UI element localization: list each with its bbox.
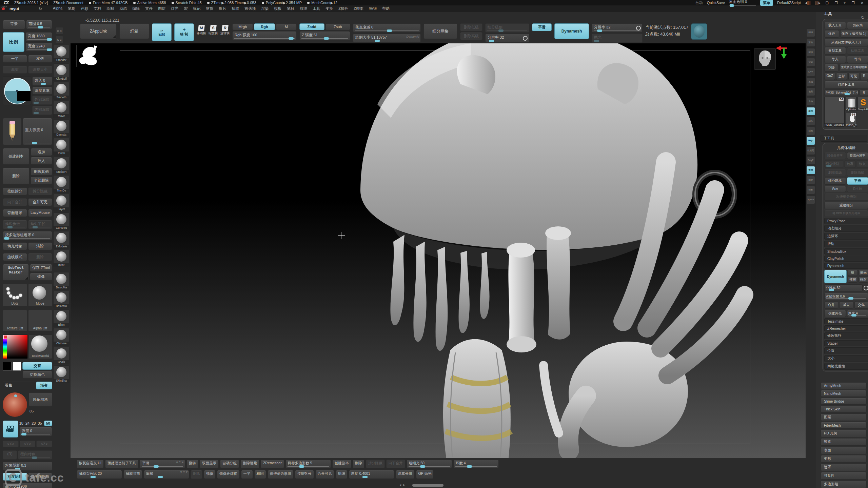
brush-thumbnail[interactable]: Layer xyxy=(53,194,70,211)
draw-mode-button[interactable]: ✛ 绘 制 xyxy=(174,23,194,41)
sphere-preview[interactable] xyxy=(3,392,28,418)
zsub-button[interactable]: Zsub xyxy=(326,23,351,30)
menu-item[interactable]: 渲染 xyxy=(258,6,271,12)
menu-item[interactable]: 灯光 xyxy=(168,6,181,12)
outer-depth-slider[interactable]: 外部深度 xyxy=(32,96,52,105)
bottom-bar-button[interactable]: ZRemesher xyxy=(261,460,284,468)
material-thumbnail[interactable]: BasicMa xyxy=(53,272,70,290)
menu-item[interactable]: 标记 xyxy=(190,6,203,12)
merge-down-button[interactable]: 向下合并 xyxy=(3,198,27,206)
brush-thumbnail[interactable]: ZModele xyxy=(53,231,70,249)
crease-section[interactable]: 折边 xyxy=(824,241,868,247)
tool-section-header[interactable]: 遮罩 xyxy=(821,464,867,471)
movie-record-button[interactable] xyxy=(3,421,18,438)
dyn-level-button[interactable]: 次级细分级别 xyxy=(824,193,868,201)
rotate-gyro-button[interactable]: R 旋转轴 xyxy=(220,23,230,36)
geometry-subsection-header[interactable]: 修改拓扑 xyxy=(824,332,868,339)
bottom-bar-button[interactable]: 环数 4 xyxy=(453,460,499,468)
color-picker[interactable] xyxy=(3,334,28,359)
goz-button[interactable]: GoZ xyxy=(824,73,835,80)
brush-thumbnail[interactable]: TrimDy xyxy=(53,175,70,193)
secondary-color-swatch[interactable] xyxy=(13,362,21,371)
menu-item[interactable]: 变换 xyxy=(323,6,336,12)
brush-thumbnail[interactable]: Damsta xyxy=(53,119,70,137)
lower-res-button[interactable]: 降低分辨率 xyxy=(824,152,846,159)
color-spec-toggle[interactable]: C S xyxy=(55,36,63,43)
menu-item[interactable]: Z插件 xyxy=(336,6,351,12)
menu-item[interactable]: Z脚本 xyxy=(351,6,366,12)
crop-button[interactable]: 裁剪 xyxy=(3,66,27,74)
range-slider[interactable]: 范围 0.5 xyxy=(26,20,52,29)
half-button[interactable]: 一半 xyxy=(3,55,27,63)
create-shell-button[interactable]: 创建外壳 xyxy=(824,310,846,317)
tool-section-header[interactable]: FiberMesh xyxy=(821,422,867,429)
delete-all-button[interactable]: 全部删除 xyxy=(31,177,53,184)
delete-button[interactable]: 删除 xyxy=(3,168,29,184)
bottom-bar-button[interactable]: 平滑 X Y Z xyxy=(140,460,185,468)
geometry-subsection-header[interactable]: 位置 xyxy=(824,347,868,354)
bottom-bar-button[interactable]: 镜像并焊接 xyxy=(217,470,240,479)
bottom-bar-button[interactable]: GP 抛光 xyxy=(416,470,434,479)
canvas-scrollbar-handle[interactable] xyxy=(412,484,443,487)
shelf-toggle-button[interactable]: 本地 xyxy=(806,97,815,106)
quicksave-button[interactable]: QuickSave xyxy=(707,1,725,5)
dynamic-subdiv-section[interactable]: 动态细分 xyxy=(824,225,868,232)
bottom-bar-button[interactable]: 目标多边形数 5 xyxy=(285,460,331,468)
gradient-button[interactable]: 渐变 xyxy=(36,382,52,389)
restore-button[interactable]: 恢复 xyxy=(857,160,868,168)
tool-section-header[interactable]: 预览 xyxy=(821,438,867,446)
sym-r-button[interactable]: (R) xyxy=(3,450,17,460)
paste-doc-icon[interactable]: ❐ xyxy=(834,1,839,5)
reconstruct-subdiv-button[interactable]: 重建细分 xyxy=(824,202,868,209)
bottom-bar-button[interactable]: 相同 xyxy=(254,470,266,479)
bottom-bar-button[interactable]: 恢复自定义 UI xyxy=(77,460,104,468)
main-color-swatch[interactable] xyxy=(3,362,12,371)
menu-item[interactable]: 动态 xyxy=(117,6,130,12)
geometry-subsection-header[interactable]: Tessimate xyxy=(824,318,868,324)
dm-and-button[interactable]: 交集 xyxy=(854,301,868,309)
tool-section-header[interactable]: 变形 xyxy=(821,455,867,463)
doc-height-slider[interactable]: 高度 1680 xyxy=(25,32,52,41)
subtool-master-button[interactable]: SubToolMaster xyxy=(3,264,29,281)
mrgb-button[interactable]: Mrgb xyxy=(232,23,253,30)
close-button[interactable]: ✕ xyxy=(860,1,865,5)
dynamesh-button[interactable]: Dynamesh xyxy=(824,270,847,283)
material-thumbnail[interactable]: BasicMa xyxy=(53,291,70,308)
geometry-subsection-header[interactable]: 大小 xyxy=(824,355,868,362)
bottom-bar-button[interactable]: 按组拆分 xyxy=(295,470,314,479)
bottom-bar-button[interactable]: 翻转 xyxy=(186,460,198,468)
focal-shift-slider[interactable]: 焦点衰减 0 xyxy=(353,23,421,33)
tool-item-simplebrush[interactable]: S SimpleB xyxy=(857,97,868,111)
material-thumbnail[interactable]: SkinSha xyxy=(53,365,70,383)
save-increment-button[interactable]: 保存（编号加 1） xyxy=(840,30,868,38)
scale-gyro-button[interactable]: S 缩放轴 xyxy=(209,23,218,36)
duplicate-button[interactable]: 创建副本 xyxy=(3,148,29,165)
document-canvas[interactable] xyxy=(71,43,806,458)
tool-section-header[interactable]: ArrayMesh xyxy=(821,382,867,389)
current-tool-preview[interactable]: 34 PM3D_Sphere3D xyxy=(824,97,845,127)
material-thumbnail[interactable]: Chalk xyxy=(53,347,70,364)
shelf-toggle-button[interactable]: BPR xyxy=(806,28,815,37)
bottom-bar-button[interactable]: 创建副本 xyxy=(332,460,351,468)
curve-delete-button[interactable]: 删除 xyxy=(28,253,53,261)
bottom-bar-button[interactable]: 组细光 50 xyxy=(407,460,452,468)
minimize-button[interactable]: ▿ xyxy=(843,1,847,5)
brush-thumbnail[interactable]: CurveTu xyxy=(53,212,70,230)
ratio-button[interactable]: 比例 xyxy=(3,32,24,52)
embed-slider[interactable]: 嵌入 0 xyxy=(32,77,52,86)
tool-section-header[interactable]: NanoMesh xyxy=(821,390,867,397)
goz-r-button[interactable]: R xyxy=(860,73,868,80)
depth-mask-button[interactable]: 深度遮罩 xyxy=(32,87,52,95)
shelf-toggle-button[interactable]: PolyF xyxy=(806,156,815,165)
dm-resolution-slider[interactable]: 分辨率 32 xyxy=(824,284,863,292)
menu-toggle-button[interactable]: 菜单 xyxy=(760,0,773,6)
shelf-toggle-button[interactable]: Xpose xyxy=(806,196,815,204)
smooth-toggle-button[interactable]: 平滑 xyxy=(532,23,552,31)
bottom-bar-button[interactable]: 双面显示 xyxy=(200,460,219,468)
geometry-subsection-header[interactable]: Stager xyxy=(824,340,868,346)
dm-groups-button[interactable]: 组 xyxy=(848,270,858,276)
shelf-toggle-button[interactable]: 动态 xyxy=(806,117,815,125)
restore-button[interactable]: ❐ xyxy=(851,1,856,5)
divide-button[interactable]: 细分网格 xyxy=(824,177,846,185)
shelf-toggle-button[interactable]: 透视 xyxy=(806,78,815,86)
